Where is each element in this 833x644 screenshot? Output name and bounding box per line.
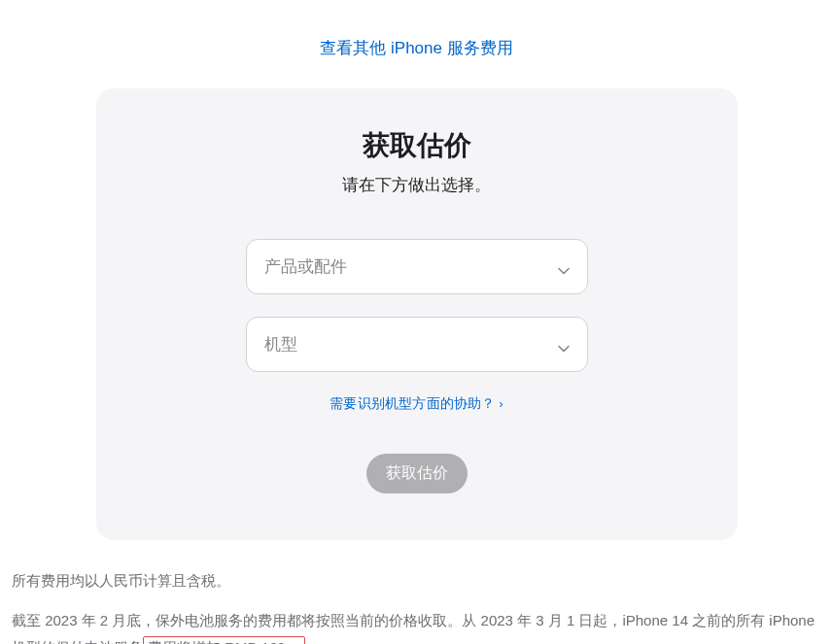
chevron-down-icon — [558, 339, 570, 351]
help-link-container: 需要识别机型方面的协助？› — [125, 394, 709, 413]
help-link-label: 需要识别机型方面的协助？ — [330, 395, 495, 411]
model-select-placeholder: 机型 — [264, 333, 297, 356]
card-subtitle: 请在下方做出选择。 — [125, 174, 709, 196]
card-title: 获取估价 — [125, 127, 709, 164]
other-services-link[interactable]: 查看其他 iPhone 服务费用 — [320, 39, 512, 57]
product-select-placeholder: 产品或配件 — [264, 255, 347, 278]
product-select[interactable]: 产品或配件 — [246, 239, 588, 294]
top-link-container: 查看其他 iPhone 服务费用 — [0, 0, 833, 88]
get-estimate-button[interactable]: 获取估价 — [366, 454, 468, 493]
footer-line-1: 所有费用均以人民币计算且含税。 — [12, 567, 821, 595]
price-increase-highlight: 费用将增加 RMB 169。 — [143, 636, 305, 644]
chevron-down-icon — [558, 261, 570, 273]
footer-text: 所有费用均以人民币计算且含税。 截至 2023 年 2 月底，保外电池服务的费用… — [0, 540, 833, 644]
footer-line-2: 截至 2023 年 2 月底，保外电池服务的费用都将按照当前的价格收取。从 20… — [12, 607, 821, 645]
identify-model-help-link[interactable]: 需要识别机型方面的协助？› — [330, 395, 503, 411]
estimate-card: 获取估价 请在下方做出选择。 产品或配件 机型 需要识别机型方面的协助？› 获取… — [96, 88, 738, 540]
footer-line-2-text: 截至 2023 年 2 月底，保外电池服务的费用都将按照当前的价格收取。从 20… — [12, 612, 815, 645]
model-select[interactable]: 机型 — [246, 317, 588, 372]
chevron-right-icon: › — [500, 397, 503, 411]
